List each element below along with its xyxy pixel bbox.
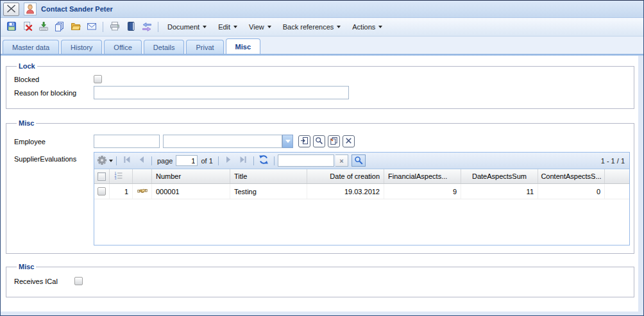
menu-back-references-label: Back references [283, 23, 334, 31]
previous-page-button[interactable] [135, 154, 148, 167]
menu-actions[interactable]: Actions [347, 20, 387, 34]
journal-button[interactable] [123, 20, 138, 35]
tab-label: Privat [196, 44, 214, 51]
menu-document[interactable]: Document [162, 20, 212, 34]
folder-icon [71, 21, 81, 33]
employee-combo-trigger[interactable] [282, 135, 293, 148]
handshake-icon [137, 186, 148, 197]
column-header-date-aspects-sum[interactable]: DateAspectsSum [461, 169, 538, 183]
email-button[interactable] [84, 20, 99, 35]
column-header-date-of-creation[interactable]: Date of creation [307, 169, 384, 183]
page-number-input[interactable] [176, 155, 198, 166]
column-header-label: FinancialAspects... [388, 172, 447, 180]
row-title-value: Testing [230, 184, 307, 199]
menu-back-references[interactable]: Back references [278, 20, 346, 34]
tab-bar: Master data History Office Details Priva… [1, 37, 643, 54]
employee-new-button[interactable] [328, 135, 340, 147]
row-number-column-header[interactable]: 123 [110, 169, 133, 183]
refresh-button[interactable] [257, 154, 271, 167]
toolbar-separator [218, 156, 219, 165]
type-icon-column-header[interactable] [133, 169, 152, 183]
import-button[interactable] [36, 20, 51, 35]
column-header-title[interactable]: Title [230, 169, 307, 183]
select-all-header[interactable] [94, 169, 110, 183]
chevron-down-icon [378, 26, 382, 28]
grid-settings-button[interactable] [97, 155, 113, 167]
supplier-evaluations-grid: page of 1 [94, 152, 630, 245]
column-header-label: Date of creation [330, 172, 380, 180]
email-icon [87, 21, 97, 33]
blocked-checkbox[interactable] [94, 75, 102, 83]
menu-actions-label: Actions [352, 23, 375, 31]
row-creation-date-value: 19.03.2012 [307, 184, 384, 199]
copy-icon [55, 21, 65, 33]
menu-view[interactable]: View [244, 20, 276, 34]
lock-fieldset: Lock Blocked Reason for blocking [6, 62, 634, 109]
tab-label: History [71, 44, 92, 51]
import-icon [38, 21, 49, 33]
row-select-cell [94, 184, 110, 199]
next-page-button[interactable] [222, 154, 235, 167]
tab-panel-body: Lock Blocked Reason for blocking Misc Em… [1, 56, 643, 315]
transfer-button[interactable] [139, 20, 154, 35]
clear-search-button[interactable]: × [335, 154, 348, 167]
employee-clear-button[interactable] [343, 135, 355, 147]
save-icon [6, 21, 17, 33]
run-search-button[interactable] [352, 154, 366, 167]
titlebar: Contact Sander Peter [1, 1, 643, 18]
close-button[interactable] [3, 3, 19, 16]
folder-button[interactable] [68, 20, 83, 35]
chevron-down-icon [337, 26, 341, 28]
paging-range-label: 1 - 1 / 1 [601, 157, 627, 165]
print-button[interactable] [107, 20, 122, 35]
row-financial-aspects-value: 9 [384, 184, 461, 199]
menu-edit-label: Edit [218, 23, 230, 31]
reason-for-blocking-label: Reason for blocking [14, 89, 94, 97]
tab-history[interactable]: History [61, 40, 102, 54]
lock-legend: Lock [17, 62, 37, 70]
next-page-icon [223, 154, 233, 167]
column-header-label: DateAspectsSum [472, 172, 527, 180]
last-page-button[interactable] [237, 154, 250, 167]
tab-details[interactable]: Details [144, 40, 185, 54]
receives-ical-label: Receives ICal [14, 278, 74, 285]
toolbar-separator [116, 156, 117, 165]
column-header-label: Title [234, 172, 247, 180]
receives-ical-checkbox[interactable] [74, 277, 83, 285]
last-page-icon [238, 154, 248, 167]
new-record-icon [330, 137, 338, 147]
menu-edit[interactable]: Edit [213, 20, 242, 34]
open-record-icon [300, 137, 309, 147]
row-content-aspects-sum-value: 0 [538, 184, 605, 199]
delete-button[interactable] [20, 20, 35, 35]
employee-combo-input[interactable] [163, 135, 282, 148]
reason-for-blocking-input[interactable] [94, 86, 349, 99]
employee-id-input[interactable] [94, 135, 160, 148]
column-header-financial-aspects[interactable]: FinancialAspects... [384, 169, 461, 183]
tab-label: Misc [235, 43, 251, 51]
transfer-arrows-icon [142, 21, 152, 33]
copy-button[interactable] [52, 20, 67, 35]
column-header-number[interactable]: Number [152, 169, 230, 183]
grid-search-input[interactable] [278, 154, 334, 167]
employee-search-button[interactable] [313, 135, 325, 147]
table-row[interactable]: 1 000001 Testing 19.03.2012 9 11 0 [94, 184, 629, 199]
column-header-content-aspects-sum[interactable]: ContentAspectsS... [538, 169, 605, 183]
row-type-cell [133, 184, 152, 199]
tab-misc[interactable]: Misc [226, 38, 260, 54]
tab-privat[interactable]: Privat [186, 40, 223, 54]
tab-office[interactable]: Office [104, 40, 142, 54]
toolbar-separator [151, 156, 152, 165]
misc-fieldset: Misc Employee [6, 119, 634, 254]
first-page-button[interactable] [120, 154, 133, 167]
row-checkbox[interactable] [97, 187, 106, 195]
save-button[interactable] [4, 20, 19, 35]
previous-page-icon [137, 154, 147, 167]
grid-paging-toolbar: page of 1 [94, 153, 629, 169]
select-all-checkbox[interactable] [97, 172, 106, 181]
toolbar-separator [253, 156, 254, 165]
misc-ical-legend: Misc [17, 263, 36, 270]
row-date-aspects-sum-value: 11 [461, 184, 538, 199]
employee-open-button[interactable] [298, 135, 310, 147]
tab-master-data[interactable]: Master data [3, 40, 59, 54]
